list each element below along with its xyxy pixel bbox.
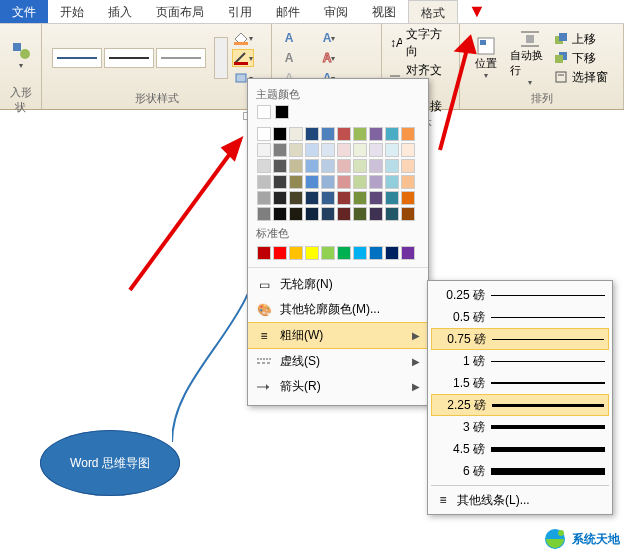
color-swatch[interactable]	[401, 207, 415, 221]
tab-format[interactable]: 格式	[408, 0, 458, 23]
dashes-item[interactable]: 虚线(S)▶	[248, 349, 428, 374]
color-swatch[interactable]	[385, 246, 399, 260]
tab-file[interactable]: 文件	[0, 0, 48, 23]
arrows-item[interactable]: 箭头(R)▶	[248, 374, 428, 399]
color-swatch[interactable]	[369, 159, 383, 173]
color-swatch[interactable]	[337, 175, 351, 189]
color-swatch[interactable]	[289, 191, 303, 205]
color-swatch[interactable]	[385, 159, 399, 173]
color-swatch[interactable]	[257, 175, 271, 189]
color-swatch[interactable]	[321, 127, 335, 141]
color-swatch[interactable]	[385, 207, 399, 221]
color-swatch[interactable]	[305, 246, 319, 260]
weight-option[interactable]: 4.5 磅	[431, 438, 609, 460]
color-swatch[interactable]	[401, 159, 415, 173]
color-swatch[interactable]	[353, 191, 367, 205]
color-swatch[interactable]	[385, 143, 399, 157]
weight-option[interactable]: 1.5 磅	[431, 372, 609, 394]
more-colors-item[interactable]: 🎨其他轮廓颜色(M)...	[248, 297, 428, 322]
weight-item[interactable]: ≡粗细(W)▶	[248, 322, 428, 349]
color-swatch[interactable]	[289, 143, 303, 157]
wordart-style-b[interactable]: A	[278, 49, 300, 67]
tab-page-layout[interactable]: 页面布局	[144, 0, 216, 23]
color-swatch[interactable]	[353, 175, 367, 189]
tab-view[interactable]: 视图	[360, 0, 408, 23]
weight-option[interactable]: 2.25 磅	[431, 394, 609, 416]
shape-outline-button[interactable]: ▾	[232, 49, 254, 67]
color-swatch[interactable]	[353, 159, 367, 173]
color-swatch[interactable]	[337, 127, 351, 141]
color-swatch[interactable]	[257, 127, 271, 141]
color-swatch[interactable]	[353, 127, 367, 141]
color-swatch[interactable]	[369, 143, 383, 157]
color-swatch[interactable]	[401, 175, 415, 189]
color-swatch[interactable]	[369, 175, 383, 189]
color-swatch[interactable]	[369, 207, 383, 221]
color-swatch[interactable]	[353, 207, 367, 221]
color-swatch[interactable]	[369, 246, 383, 260]
color-swatch[interactable]	[257, 246, 271, 260]
color-swatch[interactable]	[305, 175, 319, 189]
color-swatch[interactable]	[385, 127, 399, 141]
color-swatch[interactable]	[369, 127, 383, 141]
color-swatch[interactable]	[337, 143, 351, 157]
color-swatch[interactable]	[321, 159, 335, 173]
text-outline-button[interactable]: A▾	[318, 49, 340, 67]
color-swatch[interactable]	[369, 191, 383, 205]
color-swatch[interactable]	[257, 207, 271, 221]
shape-fill-button[interactable]: ▾	[232, 29, 254, 47]
gallery-spinner[interactable]	[214, 37, 228, 79]
color-swatch[interactable]	[321, 143, 335, 157]
send-backward-button[interactable]: 下移	[554, 50, 608, 67]
color-swatch[interactable]	[257, 191, 271, 205]
color-swatch[interactable]	[273, 246, 287, 260]
no-outline-item[interactable]: ▭无轮廓(N)	[248, 272, 428, 297]
tab-home[interactable]: 开始	[48, 0, 96, 23]
color-swatch[interactable]	[385, 191, 399, 205]
color-swatch[interactable]	[337, 207, 351, 221]
color-swatch[interactable]	[273, 159, 287, 173]
color-swatch[interactable]	[353, 143, 367, 157]
text-fill-button[interactable]: A▾	[318, 29, 340, 47]
insert-shape-button[interactable]: ▾	[6, 26, 35, 84]
color-swatch[interactable]	[353, 246, 367, 260]
wrap-text-button[interactable]: 自动换行▾	[510, 29, 550, 87]
color-swatch[interactable]	[337, 246, 351, 260]
color-swatch[interactable]	[289, 175, 303, 189]
color-swatch[interactable]	[257, 105, 271, 119]
color-swatch[interactable]	[401, 191, 415, 205]
shape-style-gallery[interactable]	[52, 48, 206, 68]
mindmap-oval-shape[interactable]: Word 思维导图	[40, 430, 180, 496]
color-swatch[interactable]	[289, 127, 303, 141]
color-swatch[interactable]	[273, 191, 287, 205]
color-swatch[interactable]	[305, 127, 319, 141]
color-swatch[interactable]	[337, 159, 351, 173]
weight-option[interactable]: 0.75 磅	[431, 328, 609, 350]
more-lines-item[interactable]: ≡其他线条(L)...	[431, 489, 609, 511]
color-swatch[interactable]	[321, 175, 335, 189]
weight-option[interactable]: 0.25 磅	[431, 284, 609, 306]
tab-references[interactable]: 引用	[216, 0, 264, 23]
color-swatch[interactable]	[321, 191, 335, 205]
color-swatch[interactable]	[289, 246, 303, 260]
color-swatch[interactable]	[275, 105, 289, 119]
tab-mail[interactable]: 邮件	[264, 0, 312, 23]
color-swatch[interactable]	[289, 207, 303, 221]
weight-option[interactable]: 1 磅	[431, 350, 609, 372]
wordart-style-a[interactable]: A	[278, 29, 300, 47]
color-swatch[interactable]	[385, 175, 399, 189]
color-swatch[interactable]	[273, 175, 287, 189]
color-swatch[interactable]	[321, 246, 335, 260]
color-swatch[interactable]	[401, 127, 415, 141]
color-swatch[interactable]	[401, 143, 415, 157]
color-swatch[interactable]	[305, 207, 319, 221]
weight-option[interactable]: 0.5 磅	[431, 306, 609, 328]
color-swatch[interactable]	[273, 207, 287, 221]
bring-forward-button[interactable]: 上移	[554, 31, 608, 48]
color-swatch[interactable]	[273, 127, 287, 141]
tab-insert[interactable]: 插入	[96, 0, 144, 23]
weight-option[interactable]: 6 磅	[431, 460, 609, 482]
color-swatch[interactable]	[257, 143, 271, 157]
color-swatch[interactable]	[289, 159, 303, 173]
color-swatch[interactable]	[321, 207, 335, 221]
